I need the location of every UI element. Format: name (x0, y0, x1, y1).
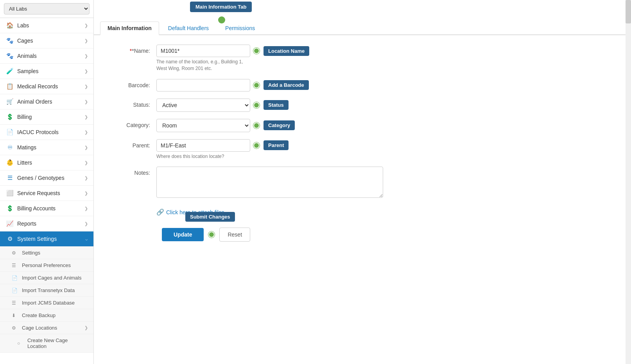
billing-chevron-icon: ❯ (84, 115, 88, 120)
sidebar-item-animal-orders[interactable]: 🛒 Animal Orders ❯ (0, 94, 93, 109)
create-backup-icon: ⬇ (12, 313, 19, 318)
sidebar-subitem-cage-locations[interactable]: ⚙ Cage Locations ❯ (0, 322, 93, 334)
settings-subitem-label: Settings (22, 250, 40, 256)
sidebar-label-billing-accounts: Billing Accounts (17, 205, 84, 212)
name-tooltip-wrap: Location Name (156, 45, 383, 57)
form-area: **Name: Location Name The name of the lo… (94, 35, 631, 364)
name-hint: The name of the location, e.g., Building… (156, 59, 383, 72)
sidebar-subitem-settings[interactable]: ⚙ Settings (0, 247, 93, 259)
system-settings-chevron-icon: ⌵ (85, 237, 88, 242)
tab-main-information[interactable]: Main Information (100, 22, 159, 35)
tab-default-handlers[interactable]: Default Handlers (161, 22, 216, 34)
sidebar-label-medical-records: Medical Records (17, 83, 84, 90)
sidebar-item-animals[interactable]: 🐾 Animals ❯ (0, 48, 93, 64)
import-transnetyx-label: Import Transnetyx Data (22, 287, 75, 293)
category-field: Room Category (156, 119, 383, 132)
parent-label: Parent: (109, 139, 156, 149)
sidebar-item-samples[interactable]: 🧪 Samples ❯ (0, 64, 93, 79)
labs-selector[interactable]: All Labs (4, 3, 90, 14)
sidebar-subitem-create-backup[interactable]: ⬇ Create Backup (0, 309, 93, 322)
billing-accounts-chevron-icon: ❯ (84, 206, 88, 211)
animals-icon: 🐾 (5, 52, 14, 59)
sidebar-label-cages: Cages (17, 38, 84, 44)
parent-tooltip-wrap: Parent (156, 139, 383, 152)
barcode-row: Barcode: Add a Barcode (109, 79, 615, 91)
sidebar-subitem-import-cages[interactable]: 📄 Import Cages and Animals (0, 272, 93, 284)
status-select[interactable]: Active (156, 99, 250, 112)
sidebar-item-iacuc[interactable]: 📄 IACUC Protocols ❯ (0, 125, 93, 140)
matings-icon: ♾ (5, 144, 14, 151)
litters-chevron-icon: ❯ (84, 160, 88, 165)
animals-chevron-icon: ❯ (84, 54, 88, 59)
sidebar-subitem-create-cage-location[interactable]: ○ Create New Cage Location (0, 334, 93, 353)
scrollbar-track (626, 0, 631, 364)
notes-textarea[interactable] (156, 167, 383, 198)
update-button[interactable]: Update (162, 228, 204, 241)
tab-tooltip-label: Main Information Tab (195, 4, 246, 10)
reports-chevron-icon: ❯ (84, 221, 88, 226)
sidebar-item-litters[interactable]: 👶 Litters ❯ (0, 155, 93, 170)
medical-records-chevron-icon: ❯ (84, 84, 88, 89)
category-tooltip-bubble: Category (264, 120, 295, 130)
sidebar-label-labs: Labs (17, 22, 84, 29)
sidebar-item-labs[interactable]: 🏠 Labs ❯ (0, 18, 93, 33)
sidebar-label-reports: Reports (17, 221, 84, 227)
iacuc-chevron-icon: ❯ (84, 130, 88, 135)
sidebar-item-matings[interactable]: ♾ Matings ❯ (0, 140, 93, 155)
sidebar-label-genes: Genes / Genotypes (17, 175, 84, 181)
personal-preferences-icon: ☰ (12, 263, 19, 268)
billing-icon: 💲 (5, 113, 14, 120)
sidebar-item-billing[interactable]: 💲 Billing ❯ (0, 109, 93, 125)
genes-chevron-icon: ❯ (84, 176, 88, 181)
sidebar-label-animal-orders: Animal Orders (17, 99, 84, 105)
litters-icon: 👶 (5, 159, 14, 166)
sidebar-subitem-import-jcms[interactable]: ☰ Import JCMS Database (0, 297, 93, 309)
name-input[interactable] (156, 45, 250, 57)
sidebar: All Labs 🏠 Labs ❯ 🐾 Cages ❯ 🐾 Animals ❯ … (0, 0, 94, 364)
parent-input[interactable] (156, 139, 250, 152)
main-content: Main Information Tab Main Information De… (94, 0, 631, 364)
sidebar-subitem-import-transnetyx[interactable]: 📄 Import Transnetyx Data (0, 284, 93, 297)
parent-tooltip-dot (253, 142, 260, 149)
submit-tooltip-dot (208, 231, 215, 238)
submit-tooltip-bubble: Submit Changes (185, 212, 235, 222)
barcode-input[interactable] (156, 79, 250, 91)
sidebar-item-medical-records[interactable]: 📋 Medical Records ❯ (0, 79, 93, 94)
cage-locations-icon: ⚙ (12, 325, 19, 331)
sidebar-label-litters: Litters (17, 160, 84, 166)
service-requests-chevron-icon: ❯ (84, 191, 88, 196)
iacuc-icon: 📄 (5, 129, 14, 136)
billing-accounts-icon: 💲 (5, 205, 14, 212)
barcode-tooltip-wrap: Add a Barcode (156, 79, 383, 91)
create-cage-location-icon: ○ (17, 341, 24, 346)
notes-label: Notes: (109, 167, 156, 176)
category-tooltip-wrap: Room Category (156, 119, 383, 132)
sidebar-item-genes[interactable]: ☰ Genes / Genotypes ❯ (0, 170, 93, 186)
sidebar-label-animals: Animals (17, 53, 84, 59)
category-select[interactable]: Room (156, 119, 250, 132)
import-jcms-icon: ☰ (12, 300, 19, 306)
name-tooltip-bubble: Location Name (264, 46, 309, 56)
matings-chevron-icon: ❯ (84, 145, 88, 150)
sidebar-item-cages[interactable]: 🐾 Cages ❯ (0, 33, 93, 48)
cages-chevron-icon: ❯ (84, 38, 88, 43)
parent-field: Parent Where does this location locate? (156, 139, 383, 160)
tab-permissions[interactable]: Permissions (218, 22, 262, 34)
system-settings-subitems: ⚙ Settings ☰ Personal Preferences 📄 Impo… (0, 247, 93, 353)
sidebar-item-system-settings[interactable]: ⚙ System Settings ⌵ (0, 231, 93, 247)
sidebar-label-billing: Billing (17, 114, 84, 120)
import-jcms-label: Import JCMS Database (22, 300, 75, 306)
tab-tooltip-arrow (218, 16, 225, 23)
sidebar-item-service-requests[interactable]: ⬜ Service Requests ❯ (0, 186, 93, 201)
personal-preferences-label: Personal Preferences (22, 262, 71, 268)
sidebar-item-reports[interactable]: 📈 Reports ❯ (0, 216, 93, 231)
sidebar-item-billing-accounts[interactable]: 💲 Billing Accounts ❯ (0, 201, 93, 216)
name-label: **Name: (109, 45, 156, 54)
import-cages-icon: 📄 (12, 275, 19, 281)
scrollbar-thumb[interactable] (626, 0, 631, 23)
reset-button[interactable]: Reset (219, 228, 250, 242)
parent-tooltip-bubble: Parent (264, 140, 289, 150)
sidebar-subitem-personal-preferences[interactable]: ☰ Personal Preferences (0, 259, 93, 272)
tabs-bar: Main Information Default Handlers Permis… (94, 0, 631, 35)
status-tooltip-dot (253, 102, 260, 108)
